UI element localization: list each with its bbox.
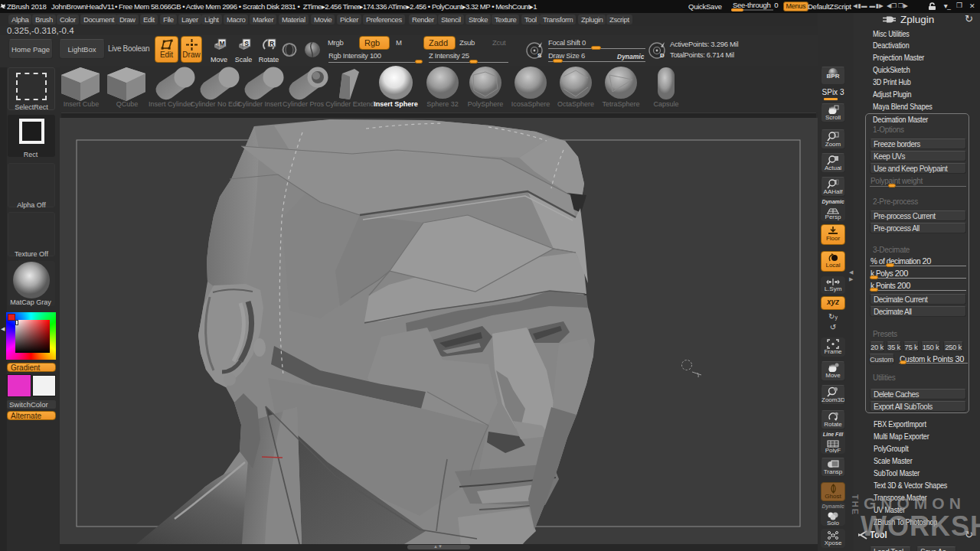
svg-text:S: S [537, 52, 542, 59]
svg-text:S: S [244, 40, 249, 47]
svg-text:D: D [660, 52, 665, 59]
svg-text:R: R [269, 40, 273, 47]
svg-text:M: M [219, 40, 224, 47]
